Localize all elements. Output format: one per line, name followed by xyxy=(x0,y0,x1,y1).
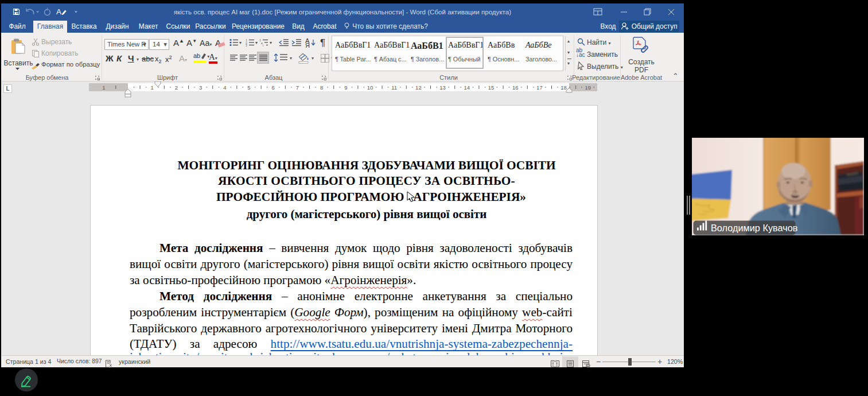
svg-text:13: 13 xyxy=(439,84,446,91)
svg-text:17: 17 xyxy=(536,84,543,91)
svg-text:3: 3 xyxy=(199,84,202,91)
svg-text:11: 11 xyxy=(391,84,397,91)
svg-text:4: 4 xyxy=(223,84,226,91)
svg-text:12: 12 xyxy=(415,84,422,91)
svg-text:16: 16 xyxy=(512,84,519,91)
svg-text:7: 7 xyxy=(296,84,299,91)
svg-text:i: i xyxy=(263,44,263,46)
svg-text:19: 19 xyxy=(585,84,591,91)
svg-text:1: 1 xyxy=(102,84,105,91)
svg-text:6: 6 xyxy=(272,84,275,91)
svg-text:1: 1 xyxy=(151,84,154,91)
svg-text:3: 3 xyxy=(246,44,247,46)
svg-text:15: 15 xyxy=(488,84,495,91)
svg-text:10: 10 xyxy=(367,84,373,91)
svg-text:8: 8 xyxy=(320,84,323,91)
svg-text:9: 9 xyxy=(344,84,347,91)
svg-text:Володимир Кувачов: Володимир Кувачов xyxy=(711,223,797,233)
svg-text:5: 5 xyxy=(247,84,250,91)
svg-text:2: 2 xyxy=(175,84,178,91)
svg-text:18: 18 xyxy=(560,84,567,91)
svg-text:14: 14 xyxy=(464,84,470,91)
